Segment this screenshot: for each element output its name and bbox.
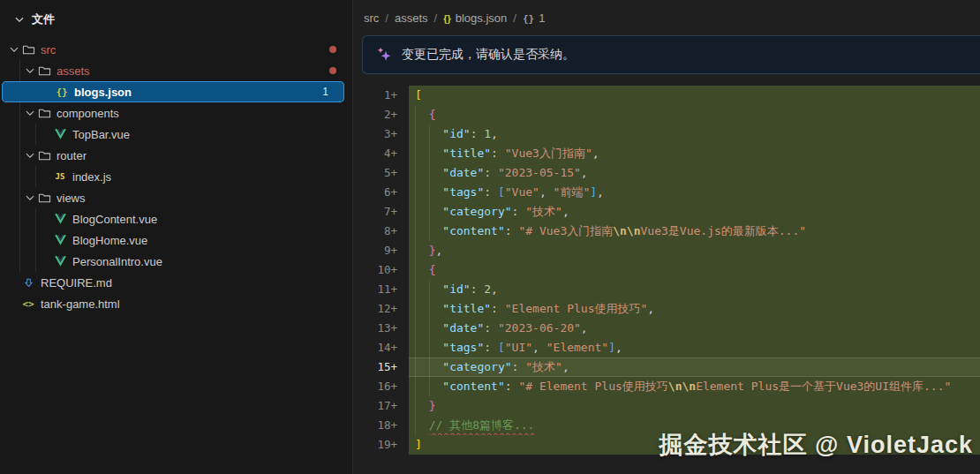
tree-item-components[interactable]: components <box>0 102 352 124</box>
tree-item-topbar-vue[interactable]: TopBar.vue <box>0 124 352 145</box>
code-token: : <box>484 185 498 199</box>
indent-guide <box>415 280 416 299</box>
tree-item-personalintro-vue[interactable]: PersonalIntro.vue <box>0 251 352 272</box>
code-line[interactable]: 13+ "date": "2023-06-20", <box>353 319 980 338</box>
folder-icon <box>21 42 35 56</box>
code-line[interactable]: 12+ "title": "Element Plus使用技巧", <box>353 299 980 319</box>
code-token <box>415 244 429 257</box>
tree-item-index-js[interactable]: JSindex.js <box>0 166 352 187</box>
line-number: 16+ <box>353 377 409 396</box>
breadcrumb-label: 1 <box>539 11 545 25</box>
indent-guide <box>35 208 36 229</box>
code-line[interactable]: 8+ "content": "# Vue3入门指南\n\nVue3是Vue.js… <box>353 222 980 241</box>
code-content[interactable]: 1+[2+ {3+ "id": 1,4+ "title": "Vue3入门指南"… <box>353 86 980 455</box>
tree-item-blogs-json[interactable]: {}blogs.json1 <box>2 81 344 102</box>
code-line[interactable]: 6+ "tags": ["Vue", "前端"], <box>353 183 980 202</box>
code-token: [ <box>498 341 505 354</box>
code-token: 2 <box>484 282 491 296</box>
section-title: 文件 <box>32 11 55 27</box>
line-content: "category": "技术", <box>409 357 980 377</box>
code-token: "# Vue3入门指南 <box>518 224 613 237</box>
code-line[interactable]: 5+ "date": "2023-05-15", <box>353 163 980 183</box>
tree-item-tank-game-html[interactable]: <>tank-game.html <box>0 293 352 314</box>
html-icon: <> <box>21 297 35 311</box>
breadcrumb-separator: / <box>385 11 388 25</box>
indent-guide <box>415 163 416 183</box>
breadcrumb-item-blogs-json[interactable]: {}blogs.json <box>443 11 507 25</box>
code-line[interactable]: 3+ "id": 1, <box>353 124 980 144</box>
indent-guide <box>19 229 20 251</box>
folder-icon <box>37 106 51 120</box>
line-number: 6+ <box>353 183 409 202</box>
js-icon: JS <box>53 169 67 184</box>
code-line[interactable]: 10+ { <box>353 260 980 280</box>
line-number: 13+ <box>353 319 409 338</box>
breadcrumb-item-1[interactable]: {}1 <box>523 11 545 25</box>
code-line[interactable]: 17+ } <box>353 396 980 416</box>
code-token <box>415 263 429 276</box>
code-token: [ <box>498 185 505 199</box>
code-token: : <box>491 147 505 160</box>
tree-item-views[interactable]: views <box>0 187 352 208</box>
code-token: "tags" <box>442 341 484 354</box>
line-number: 14+ <box>353 338 409 357</box>
tree-item-bloghome-vue[interactable]: BlogHome.vue <box>0 229 352 251</box>
code-token: ] <box>608 341 615 354</box>
code-line[interactable]: 4+ "title": "Vue3入门指南", <box>353 144 980 163</box>
code-token: \n\n <box>668 380 696 393</box>
indent-guide <box>415 396 416 416</box>
code-line[interactable]: 2+ { <box>353 105 980 124</box>
breadcrumb-item-assets[interactable]: assets <box>395 11 428 25</box>
code-token: { <box>429 263 436 276</box>
tree-item-label: BlogHome.vue <box>72 234 147 247</box>
twistie-placeholder <box>39 233 53 247</box>
code-token: "# Element Plus使用技巧 <box>518 380 667 393</box>
tree-item-blogcontent-vue[interactable]: BlogContent.vue <box>0 208 352 229</box>
code-line[interactable]: 11+ "id": 2, <box>353 280 980 299</box>
indent-guide <box>19 208 20 229</box>
indent-guide <box>429 280 430 299</box>
code-line[interactable]: 7+ "category": "技术", <box>353 202 980 222</box>
code-line[interactable]: 14+ "tags": ["UI", "Element"], <box>353 338 980 357</box>
chevron-down-icon <box>23 148 37 162</box>
code-token: "2023-05-15" <box>498 166 581 179</box>
code-token: "title" <box>442 302 491 315</box>
code-token: "content" <box>442 380 504 393</box>
code-token: Vue3是Vue.js的最新版本..." <box>641 224 807 237</box>
indent-guide <box>429 338 430 357</box>
tree-item-require-md[interactable]: REQUIRE.md <box>0 272 352 293</box>
explorer-section-files[interactable]: 文件 <box>0 0 352 32</box>
git-modified-dot <box>329 60 336 81</box>
code-token: "Vue3入门指南" <box>505 147 592 160</box>
breadcrumb-item-src[interactable]: src <box>364 11 379 25</box>
tree-item-assets[interactable]: assets <box>0 60 352 81</box>
code-token: "title" <box>442 147 491 160</box>
indent-guide <box>429 124 430 144</box>
code-line[interactable]: 18+ // 其他8篇博客... <box>353 416 980 435</box>
line-content: "category": "技术", <box>409 202 980 222</box>
code-token: { <box>429 108 436 121</box>
indent-guide <box>19 124 20 145</box>
line-content: "date": "2023-06-20", <box>409 319 980 338</box>
code-line[interactable]: 16+ "content": "# Element Plus使用技巧\n\nEl… <box>353 377 980 396</box>
indent-guide <box>415 202 416 222</box>
code-line[interactable]: 1+[ <box>353 86 980 105</box>
indent-guide <box>415 299 416 319</box>
tree-item-router[interactable]: router <box>0 145 352 166</box>
line-content: "date": "2023-05-15", <box>409 163 980 183</box>
indent-guide <box>35 124 36 145</box>
breadcrumb-separator: / <box>434 11 438 25</box>
code-line[interactable]: 15+ "category": "技术", <box>353 357 980 377</box>
code-token: "UI" <box>505 341 532 354</box>
tree-item-src[interactable]: src <box>0 39 352 60</box>
line-number: 15+ <box>353 357 409 377</box>
line-content: "content": "# Vue3入门指南\n\nVue3是Vue.js的最新… <box>409 222 980 241</box>
code-line[interactable]: 9+ }, <box>353 241 980 260</box>
indent-guide <box>415 338 416 357</box>
breadcrumb-label: assets <box>395 11 428 25</box>
code-token: : <box>505 380 519 393</box>
code-line[interactable]: 19+] <box>353 435 980 455</box>
chevron-down-icon <box>23 64 37 78</box>
code-token: : <box>484 321 498 335</box>
code-token: , <box>539 185 554 199</box>
